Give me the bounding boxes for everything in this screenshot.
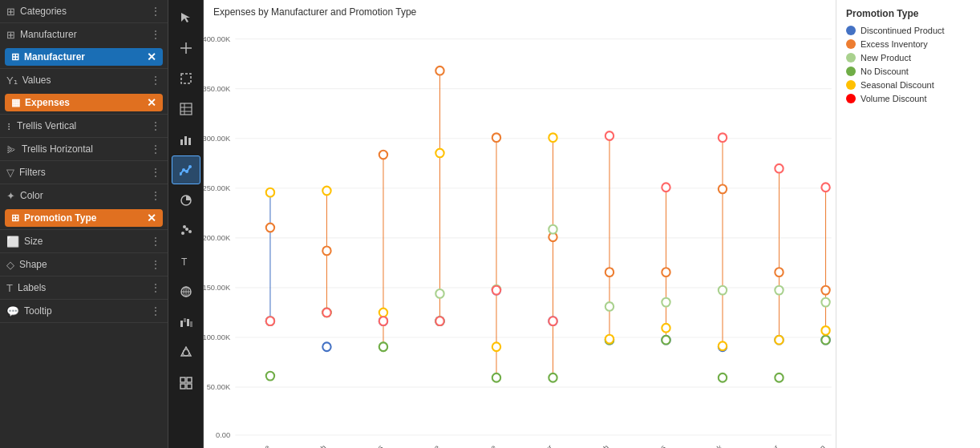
svg-rect-8: [184, 136, 187, 145]
size-menu[interactable]: ⋮: [150, 235, 161, 248]
labels-header[interactable]: T Labels ⋮: [0, 276, 168, 299]
svg-point-68: [379, 151, 387, 159]
svg-point-128: [821, 183, 829, 192]
svg-rect-25: [184, 318, 186, 322]
promotion-type-pill[interactable]: ⊞ Promotion Type ✕: [5, 209, 163, 227]
svg-point-58: [266, 317, 274, 325]
size-header[interactable]: ⬜ Size ⋮: [0, 230, 168, 252]
svg-point-64: [322, 187, 330, 196]
svg-point-119: [775, 373, 783, 382]
filters-menu[interactable]: ⋮: [150, 166, 161, 179]
trellis-horizontal-header[interactable]: ⫸ Trellis Horizontal ⋮: [0, 138, 168, 160]
trellis-v-icon: ⫶: [6, 120, 12, 132]
section-values: Y₁ Values ⋮ ▦ Expenses ✕: [0, 69, 168, 115]
shape-icon: ◇: [6, 259, 14, 271]
custom-tool[interactable]: [172, 369, 200, 398]
svg-point-118: [775, 286, 783, 295]
svg-point-85: [492, 342, 500, 351]
tooltip-header[interactable]: 💬 Tooltip ⋮: [0, 300, 168, 322]
svg-point-90: [549, 225, 557, 234]
svg-point-82: [492, 133, 500, 142]
filters-header[interactable]: ▽ Filters ⋮: [0, 161, 168, 184]
labels-menu[interactable]: ⋮: [150, 281, 161, 294]
section-shape: ◇ Shape ⋮: [0, 253, 168, 276]
svg-text:Princess: Princess: [641, 442, 667, 448]
tooltip-label: Tooltip: [24, 305, 52, 317]
radar-tool[interactable]: [172, 338, 200, 367]
svg-point-18: [183, 225, 186, 228]
chart-svg: 0.00 50.00K 100.00K 150.00K 200.00K 250.…: [204, 19, 836, 448]
size-label: Size: [24, 236, 43, 247]
shape-header[interactable]: ◇ Shape ⋮: [0, 253, 168, 276]
svg-rect-33: [187, 384, 192, 389]
svg-point-96: [605, 268, 614, 276]
manufacturer-pill-close[interactable]: ✕: [147, 51, 156, 63]
chart-area: Expenses by Manufacturer and Promotion T…: [204, 0, 836, 448]
section-size: ⬜ Size ⋮: [0, 230, 168, 253]
legend-swatch-volume: [846, 94, 856, 103]
svg-text:T: T: [181, 256, 188, 268]
crosshair-tool[interactable]: [172, 34, 200, 63]
tooltip-menu[interactable]: ⋮: [150, 305, 161, 317]
waterfall-tool[interactable]: [172, 308, 200, 337]
svg-point-72: [379, 317, 387, 325]
legend-swatch-excess: [846, 39, 856, 49]
svg-point-61: [322, 247, 330, 256]
svg-point-54: [266, 224, 274, 232]
svg-point-84: [492, 373, 500, 382]
bar-tool[interactable]: [172, 125, 200, 154]
svg-point-103: [662, 268, 670, 276]
manufacturer-pill-label: Manufacturer: [24, 51, 85, 63]
select-tool[interactable]: [172, 3, 200, 32]
svg-point-15: [181, 232, 184, 235]
legend-swatch-nodiscount: [846, 67, 856, 76]
svg-text:350.00K: 350.00K: [204, 84, 231, 93]
svg-text:150.00K: 150.00K: [204, 283, 231, 292]
svg-text:Acme: Acme: [252, 443, 272, 448]
svg-point-99: [605, 335, 614, 344]
color-icon: ✦: [6, 190, 15, 202]
values-menu[interactable]: ⋮: [150, 74, 161, 87]
legend-label-excess: Excess Inventory: [861, 39, 928, 49]
text-tool[interactable]: T: [172, 247, 200, 276]
map-tool[interactable]: [172, 277, 200, 306]
section-labels: T Labels ⋮: [0, 276, 168, 300]
svg-text:Poomah: Poomah: [585, 443, 610, 448]
svg-point-121: [775, 164, 783, 173]
svg-text:Woolson: Woolson: [800, 443, 827, 448]
shape-menu[interactable]: ⋮: [150, 258, 161, 271]
color-header[interactable]: ✦ Color ⋮: [0, 184, 168, 207]
chart-container[interactable]: 0.00 50.00K 100.00K 150.00K 200.00K 250.…: [204, 19, 836, 448]
lasso-tool[interactable]: [172, 64, 200, 93]
svg-point-114: [719, 133, 727, 142]
svg-point-100: [605, 131, 614, 140]
svg-point-17: [188, 230, 192, 233]
promotion-type-pill-close[interactable]: ✕: [147, 212, 156, 224]
categories-menu[interactable]: ⋮: [150, 5, 161, 18]
trellis-horizontal-menu[interactable]: ⋮: [150, 143, 161, 155]
svg-point-56: [266, 372, 274, 381]
expenses-pill-close[interactable]: ✕: [147, 97, 156, 108]
manufacturer-menu[interactable]: ⋮: [150, 28, 161, 41]
table-tool[interactable]: [172, 95, 200, 123]
categories-header[interactable]: ⊞ Categories ⋮: [0, 0, 168, 22]
line-tool[interactable]: [172, 155, 200, 184]
manufacturer-icon: ⊞: [6, 29, 15, 41]
svg-rect-30: [180, 377, 185, 382]
svg-rect-24: [180, 321, 183, 327]
trellis-horizontal-label: Trellis Horizontal: [22, 143, 93, 155]
section-trellis-horizontal: ⫸ Trellis Horizontal ⋮: [0, 138, 168, 161]
expenses-pill[interactable]: ▦ Expenses ✕: [5, 94, 163, 111]
color-label: Color: [20, 190, 43, 201]
manufacturer-pill[interactable]: ⊞ Manufacturer ✕: [5, 48, 163, 66]
values-header[interactable]: Y₁ Values ⋮: [0, 69, 168, 91]
svg-text:Esks: Esks: [366, 442, 384, 448]
manufacturer-header[interactable]: ⊞ Manufacturer ⋮: [0, 23, 168, 46]
trellis-vertical-menu[interactable]: ⋮: [150, 119, 161, 132]
legend-label-discontinued: Discontinued Product: [861, 26, 945, 35]
legend-item-new: New Product: [846, 53, 970, 63]
scatter-tool[interactable]: [172, 216, 200, 245]
color-menu[interactable]: ⋮: [150, 189, 161, 202]
trellis-vertical-header[interactable]: ⫶ Trellis Vertical ⋮: [0, 115, 168, 137]
pie-tool[interactable]: [172, 186, 200, 215]
